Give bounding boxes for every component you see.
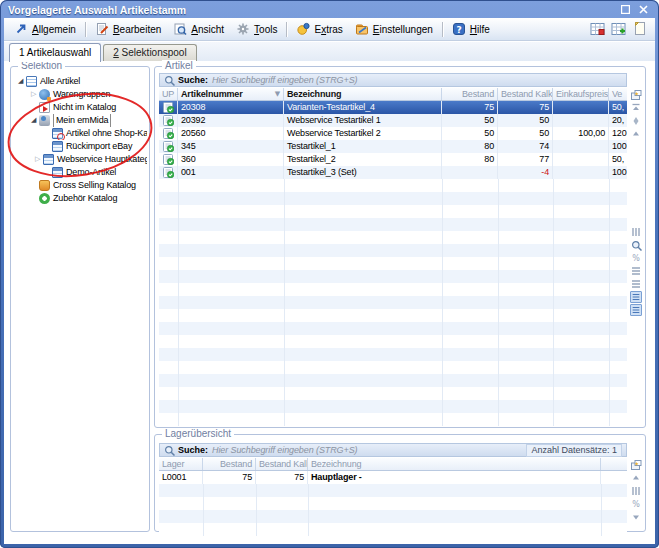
scroll-up-icon[interactable] — [630, 128, 642, 140]
percent-icon[interactable]: % — [630, 498, 642, 510]
tree-item-webservice-hauptkategorie[interactable]: ▷ Webservice Hauptkategorie — [13, 153, 147, 166]
search-icon — [164, 445, 175, 456]
tree-item-nicht-im-katalog[interactable]: Nicht im Katalog — [13, 101, 147, 114]
lager-panel: Lagerübersicht Suche: Hier Suchbegriff e… — [154, 434, 646, 532]
menu-allgemein[interactable]: Allgemein — [8, 20, 82, 39]
title-bar[interactable]: Vorgelagerte Auswahl Artikelstamm — [0, 1, 659, 18]
maximize-button[interactable] — [618, 3, 633, 16]
tree-item-zubehoer-katalog[interactable]: Zubehör Katalog — [13, 192, 147, 205]
scroll-up-icon[interactable] — [630, 472, 642, 484]
search-icon — [164, 75, 175, 86]
grid-export-icon[interactable] — [590, 21, 606, 37]
menu-separator — [85, 22, 86, 37]
artikel-search-input[interactable]: Suche: Hier Suchbegriff eingeben (STRG+S… — [159, 73, 627, 87]
article-doc-icon — [163, 167, 174, 178]
column-header-ve[interactable]: Ve — [609, 88, 627, 100]
edit-page-icon — [95, 22, 109, 36]
list-icon — [26, 76, 37, 87]
tree-item-mein-emmida[interactable]: ◢ Mein emMida — [13, 114, 147, 127]
menu-tools[interactable]: Tools — [230, 20, 283, 39]
lager-grid-header: Lager Bestand Bestand Kalk. Bezeichnung — [159, 458, 627, 471]
column-header-bezeichnung[interactable]: Bezeichnung — [284, 88, 442, 100]
column-header-bestand[interactable]: Bestand — [203, 458, 256, 470]
empty-rows — [159, 179, 627, 426]
menu-separator — [286, 22, 287, 37]
tree-item-rueckimport-ebay[interactable]: Rückimport eBay — [13, 140, 147, 153]
record-count: Anzahl Datensätze: 1 — [526, 444, 622, 457]
table-row[interactable]: 20392 Webservice Testartikel 1 50 50 20, — [159, 114, 627, 127]
row-export-icon[interactable] — [630, 278, 642, 290]
zoom-icon[interactable] — [630, 239, 642, 251]
column-header-bezeichnung[interactable]: Bezeichnung — [308, 458, 601, 470]
lager-search-input[interactable]: Suche: Hier Suchbegriff eingeben (STRG+S… — [159, 443, 627, 457]
artikel-side-toolbar: % — [629, 75, 643, 425]
tab-strip: 1 Artikelauswahl 2 Selektionspool — [4, 42, 655, 61]
menu-extras[interactable]: Extras — [290, 20, 348, 39]
column-header-artikelnummer[interactable]: ▼Artikelnummer — [178, 88, 284, 100]
magnifier-page-icon — [173, 22, 187, 36]
view-list-icon[interactable] — [630, 291, 642, 303]
column-header-bestand-kalk[interactable]: Bestand Kalk. — [498, 88, 553, 100]
column-header-bestand[interactable]: Bestand — [442, 88, 498, 100]
column-header-lager[interactable]: Lager — [159, 458, 203, 470]
expander-open-icon[interactable]: ◢ — [29, 114, 38, 127]
selektion-panel: Selektion ◢ Alle Artikel ▷ Warengruppen — [10, 66, 150, 532]
tree-item-cross-selling-katalog[interactable]: Cross Selling Katalog — [13, 179, 147, 192]
percent-icon[interactable]: % — [630, 252, 642, 264]
menu-hilfe[interactable]: Hilfe — [446, 20, 496, 39]
menu-bearbeiten[interactable]: Bearbeiten — [89, 20, 167, 39]
tree-item-warengruppen[interactable]: ▷ Warengruppen — [13, 88, 147, 101]
hand-icon — [39, 115, 50, 126]
best-fit-columns-icon[interactable] — [630, 226, 642, 238]
scroll-marker-icon[interactable] — [630, 115, 642, 127]
menu-ansicht[interactable]: Ansicht — [167, 20, 230, 39]
grid-add-icon[interactable] — [611, 21, 627, 37]
sort-desc-icon: ▼ — [275, 88, 280, 100]
table-row[interactable]: 001 Testartikel_3 (Set) -4 100 — [159, 166, 627, 179]
help-icon — [452, 22, 466, 36]
table-row-selected[interactable]: 20308 Varianten-Testartikel_4 75 75 50, — [159, 101, 627, 114]
view-list-icon-2[interactable] — [630, 304, 642, 316]
table-row[interactable]: 345 Testartikel_1 80 74 100 — [159, 140, 627, 153]
lager-side-toolbar: % — [629, 443, 643, 529]
table-row[interactable]: 360 Testartikel_2 80 77 50, — [159, 153, 627, 166]
toolbar-right — [590, 21, 651, 37]
menu-einstellungen[interactable]: Einstellungen — [349, 20, 439, 39]
globe-icon — [39, 89, 50, 100]
tree-item-demo-artikel[interactable]: Demo-Artikel — [13, 166, 147, 179]
table-row[interactable]: 20560 Webservice Testartikel 2 50 50 100… — [159, 127, 627, 140]
extras-ball-icon — [296, 22, 310, 36]
menu-bar: Allgemein Bearbeiten Ansicht Tools — [4, 18, 655, 41]
scroll-first-icon[interactable] — [630, 102, 642, 114]
close-button[interactable] — [636, 3, 651, 16]
artikel-grid: UP ▼Artikelnummer Bezeichnung Bestand Be… — [159, 88, 627, 426]
scroll-down-icon[interactable] — [630, 511, 642, 523]
column-header-bestand-kalk[interactable]: Bestand Kalk. — [256, 458, 308, 470]
content-area: Selektion ◢ Alle Artikel ▷ Warengruppen — [4, 61, 655, 544]
artikel-grid-header: UP ▼Artikelnummer Bezeichnung Bestand Be… — [159, 88, 627, 101]
row-layout-icon[interactable] — [630, 265, 642, 277]
artikel-caption: Artikel — [162, 60, 196, 72]
tree-item-artikel-ohne-shop-kategorie[interactable]: Artikel ohne Shop-Kategorie — [13, 127, 147, 140]
close-icon — [639, 5, 648, 14]
expander-closed-icon[interactable]: ▷ — [29, 88, 38, 101]
page-red-arrow-icon — [39, 102, 50, 113]
column-header-up[interactable]: UP — [159, 88, 178, 100]
gear-icon — [236, 22, 250, 36]
column-chooser-icon[interactable] — [630, 89, 642, 101]
column-header-einkaufspreis[interactable]: Einkaufspreis — [553, 88, 609, 100]
lager-caption: Lagerübersicht — [162, 428, 234, 440]
table-row[interactable]: L0001 75 75 Hauptlager - — [159, 471, 627, 484]
menu-separator — [442, 22, 443, 37]
tab-selektionspool[interactable]: 2 Selektionspool — [103, 44, 196, 61]
new-page-icon[interactable] — [632, 21, 648, 37]
expander-closed-icon[interactable]: ▷ — [33, 153, 42, 166]
screenshot-root: Vorgelagerte Auswahl Artikelstamm Allgem… — [0, 0, 659, 548]
green-arrows-icon — [39, 193, 50, 204]
tab-artikelauswahl[interactable]: 1 Artikelauswahl — [9, 43, 101, 62]
tree-item-alle-artikel[interactable]: ◢ Alle Artikel — [13, 75, 147, 88]
column-chooser-icon[interactable] — [630, 459, 642, 471]
article-doc-icon — [163, 115, 174, 126]
best-fit-columns-icon[interactable] — [630, 485, 642, 497]
expander-open-icon[interactable]: ◢ — [16, 75, 25, 88]
